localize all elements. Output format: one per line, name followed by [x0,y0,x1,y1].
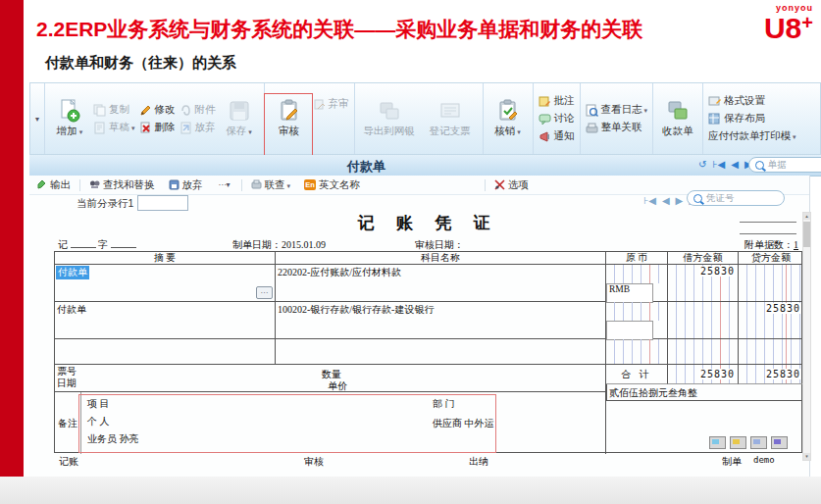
vertical-scrollbar[interactable]: ▴ ▾ [802,212,811,461]
current-entry-row-input[interactable] [137,195,188,211]
row1-summary-cell[interactable]: 付款单 … [55,265,276,302]
format-settings-icon [708,95,721,108]
row2-currency-cell[interactable] [606,302,668,339]
format-settings-button[interactable]: 格式设置 [708,94,796,108]
discard2-button[interactable]: 放弃 [162,178,210,192]
save-floppy-icon [228,99,251,123]
english-name-button[interactable]: En 英文名称 [297,178,367,192]
discard-button[interactable]: 放弃 [180,121,216,134]
total-debit-amount: 25830 [699,369,736,379]
row2-summary-cell[interactable]: 付款单 [55,302,276,339]
project-label[interactable]: 项 目 [87,397,110,411]
voucher-search-icon [693,194,702,203]
discard2-label: 放弃 [182,178,203,192]
left-red-accent-bar [0,0,24,490]
annotate-button[interactable]: 批注 [539,94,575,108]
total-label-cell: 合 计 [606,365,668,384]
dept-label[interactable]: 部 门 [433,397,455,411]
supplier-label[interactable]: 供应商 中外运 [433,417,494,430]
col-header-summary: 摘 要 [55,252,276,265]
options-button[interactable]: 选项 [487,178,536,192]
row2-account-cell[interactable]: 100202-银行存款/银行存款-建设银行 [276,302,606,339]
row1-currency-cell[interactable]: RMB [606,265,668,302]
toolbar2-overflow-button[interactable]: ⋯▾ [210,180,239,189]
find-replace-button[interactable]: 查找和替换 [82,178,162,192]
refresh-icon[interactable]: ↺ [698,159,706,170]
row3-account-cell[interactable] [276,339,606,365]
row1-ellipsis-button[interactable]: … [256,286,273,299]
link-query-icon [251,179,262,190]
made-date: 制单日期：2015.01.09 [232,238,326,252]
receipt-button[interactable]: 收款单 [658,99,697,138]
bill-date-label: 日期 [57,377,77,390]
discard2-icon [169,179,180,190]
made-date-label: 制单日期： [232,239,282,250]
discuss-button[interactable]: 讨论 [539,112,575,126]
mini-attachment-icon[interactable] [730,436,746,449]
modify-button[interactable]: 修改 [139,103,176,117]
doc-link-button[interactable]: 整单关联 [586,121,648,134]
mini-mark-icon[interactable] [771,436,788,449]
scroll-up-arrow[interactable]: ▴ [803,213,810,220]
doc-link-label: 整单关联 [601,121,642,134]
attachment-button-label: 附件 [195,103,216,117]
row3-currency-cell[interactable] [606,339,668,365]
add-button[interactable]: 增加 [50,99,89,138]
first-record-icon[interactable]: ⊦◀ [712,159,725,170]
find-replace-icon [89,179,100,190]
voucher-title: 记 账 凭 证 [54,212,802,234]
unaudit-button-label: 弃审 [329,97,349,111]
voucher-word-blank[interactable] [71,238,96,248]
print-template-button[interactable]: 应付付款单打印模 [708,129,796,143]
person-label[interactable]: 个 人 [87,415,110,428]
voucher-next-icon[interactable]: ▶ [676,195,684,206]
output-button[interactable]: 输出 [29,178,77,192]
document-search-box[interactable]: 单据 [748,157,821,173]
row3-credit-cell[interactable] [739,339,803,365]
audit-button[interactable]: 审核 [270,99,309,138]
view-log-button[interactable]: 查看日志 [586,103,648,117]
row3-summary-cell[interactable] [55,339,276,365]
delete-x-icon [139,122,152,134]
delete-button-label: 删除 [155,121,176,134]
logo-u8-text: U8 [764,12,801,44]
link-query-button[interactable]: 联查 [244,178,298,192]
document-title-bar: 付款单 ↺ ⊦◀ ◀ ▶ ▶⊣ 单据 [29,155,821,176]
draft-document-icon [93,122,106,134]
save-layout-button[interactable]: 保存布局 [708,112,796,126]
output-label: 输出 [50,178,71,192]
row2-debit-cell[interactable] [668,302,739,339]
voucher-search-box[interactable]: 凭证号 [687,190,785,206]
row1-credit-cell[interactable] [739,265,803,302]
row3-debit-cell[interactable] [668,339,739,365]
export-bank-button[interactable]: 导出到网银 [360,99,419,138]
copy-button[interactable]: 复制 [93,103,135,117]
voucher-prev-icon[interactable]: ◀ [662,195,670,206]
draft-button[interactable]: 草稿 [93,121,135,134]
toolbar-overflow-button[interactable]: ▾ [33,115,41,124]
sign-maker-label: 制单 [722,455,742,469]
delete-button[interactable]: 删除 [139,121,176,134]
register-check-button[interactable]: 登记支票 [423,99,478,138]
voucher-bottom-right-cell [606,401,803,454]
notify-button[interactable]: 通知 [539,129,575,143]
scrollbar-thumb[interactable] [803,222,810,247]
salesman-label[interactable]: 业务员 孙亮 [87,432,139,446]
options-icon [494,179,505,190]
unaudit-button[interactable]: 弃审 [313,97,349,111]
voucher-number-blank[interactable] [111,238,136,248]
mini-note-icon[interactable] [750,436,767,449]
save-button[interactable]: 保存 [220,99,259,138]
attachment-button[interactable]: 附件 [180,103,216,117]
row1-account-cell[interactable]: 220202-应付账款/应付材料款 [276,265,606,302]
find-replace-label: 查找和替换 [103,178,155,192]
row1-debit-cell[interactable]: 25830 [668,265,739,302]
scroll-down-arrow[interactable]: ▾ [803,453,810,460]
row2-credit-cell[interactable]: 25830 [739,302,803,339]
voucher-first-icon[interactable]: ⊦◀ [643,195,656,206]
verify-button[interactable]: 核销 [488,99,528,138]
mini-image-icon[interactable] [709,436,726,449]
prev-record-icon[interactable]: ◀ [731,159,739,170]
save-layout-icon [708,113,721,126]
draft-button-label: 草稿 [109,121,135,134]
